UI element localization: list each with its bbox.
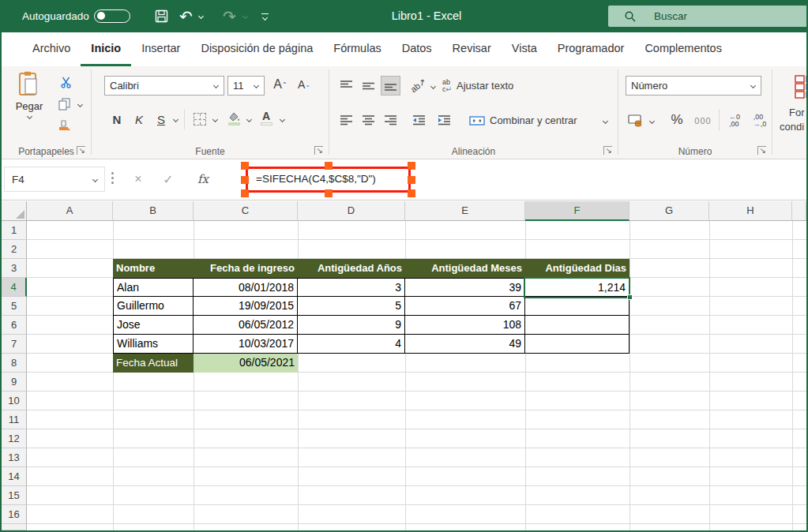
cut-button[interactable] <box>55 73 76 92</box>
fill-handle[interactable] <box>627 294 633 300</box>
cell-E7[interactable]: 49 <box>405 335 525 354</box>
align-right-button[interactable] <box>381 111 400 130</box>
row-header-8[interactable]: 8 <box>2 354 27 373</box>
decrease-indent-button[interactable] <box>409 111 429 130</box>
row-header-17[interactable]: 17 <box>2 524 27 530</box>
cell-C6[interactable]: 06/05/2012 <box>194 316 298 335</box>
dialog-launcher-icon[interactable]: ↘ <box>603 146 612 155</box>
autosave-toggle[interactable] <box>94 9 130 23</box>
cell-B8[interactable]: Fecha Actual <box>113 354 194 373</box>
underline-dropdown[interactable] <box>170 111 181 128</box>
save-button[interactable] <box>155 0 168 32</box>
accounting-format-dropdown[interactable] <box>647 112 657 129</box>
align-bottom-button[interactable] <box>381 76 400 96</box>
row-header-11[interactable]: 11 <box>2 410 27 429</box>
align-top-button[interactable] <box>336 76 356 96</box>
row-header-14[interactable]: 14 <box>2 467 27 486</box>
row-header-4[interactable]: 4 <box>2 278 27 297</box>
column-header-h[interactable]: H <box>709 201 792 221</box>
column-header-g[interactable]: G <box>629 201 709 221</box>
cell-B4[interactable]: Alan <box>113 278 194 297</box>
tab-inicio[interactable]: Inicio <box>81 32 131 66</box>
format-painter-button[interactable] <box>54 117 74 136</box>
cancel-button[interactable]: × <box>125 167 152 192</box>
align-middle-button[interactable] <box>359 76 378 96</box>
paste-button[interactable]: Pegar <box>8 71 51 142</box>
column-header-f[interactable]: F <box>525 201 629 221</box>
tab-formulas[interactable]: Fórmulas <box>323 32 391 66</box>
cell-F7[interactable] <box>525 335 629 354</box>
tab-datos[interactable]: Datos <box>392 32 442 66</box>
select-all-button[interactable] <box>2 201 27 221</box>
accounting-format-button[interactable] <box>624 111 646 130</box>
wrap-text-button[interactable]: abc↵ Ajustar texto <box>442 76 513 96</box>
bold-button[interactable]: N <box>107 109 126 129</box>
enter-button[interactable]: ✓ <box>155 167 182 192</box>
font-size-select[interactable]: 11 <box>227 76 265 96</box>
cell-D5[interactable]: 5 <box>298 297 405 316</box>
merge-center-dropdown[interactable] <box>599 112 611 129</box>
cell-E6[interactable]: 108 <box>405 316 525 335</box>
dialog-launcher-icon[interactable]: ↘ <box>314 146 323 155</box>
cell-B5[interactable]: Guillermo <box>113 297 194 316</box>
row-header-2[interactable]: 2 <box>2 240 27 259</box>
dialog-launcher-icon[interactable]: ↘ <box>77 146 85 155</box>
increase-decimal-button[interactable]: ←0,00 <box>723 110 746 131</box>
cell-D7[interactable]: 4 <box>298 335 405 354</box>
row-header-7[interactable]: 7 <box>2 335 27 354</box>
column-header-blank[interactable] <box>792 201 806 221</box>
cell-E4[interactable]: 39 <box>405 278 525 297</box>
row-header-9[interactable]: 9 <box>2 373 27 392</box>
font-color-dropdown[interactable] <box>276 111 287 128</box>
tab-insertar[interactable]: Insertar <box>131 32 190 66</box>
orientation-button[interactable]: ab↗ <box>408 76 430 96</box>
decrease-font-size-button[interactable]: A⌄ <box>294 74 314 95</box>
borders-dropdown[interactable] <box>209 111 220 128</box>
font-name-select[interactable]: Calibri <box>104 76 224 96</box>
align-center-button[interactable] <box>359 111 378 130</box>
row-header-1[interactable]: 1 <box>2 221 27 240</box>
increase-indent-button[interactable] <box>434 111 454 130</box>
redo-button[interactable]: ↷ <box>223 0 236 32</box>
column-header-e[interactable]: E <box>405 201 525 221</box>
insert-function-button[interactable]: fx <box>190 167 216 192</box>
cell-C5[interactable]: 19/09/2015 <box>194 297 298 316</box>
copy-dropdown[interactable] <box>74 96 85 112</box>
row-header-6[interactable]: 6 <box>2 316 27 335</box>
tab-revisar[interactable]: Revisar <box>442 32 502 66</box>
undo-dropdown[interactable] <box>199 0 203 32</box>
tab-disposicion-de-pagina[interactable]: Disposición de página <box>190 32 323 66</box>
dialog-launcher-icon[interactable]: ↘ <box>757 146 766 155</box>
customize-quick-access-button[interactable] <box>261 0 269 32</box>
column-header-c[interactable]: C <box>194 201 298 221</box>
row-header-15[interactable]: 15 <box>2 486 27 505</box>
number-format-select[interactable]: Número <box>626 76 761 96</box>
formula-bar-resizer[interactable] <box>111 172 114 184</box>
row-header-16[interactable]: 16 <box>2 505 27 524</box>
cell-D4[interactable]: 3 <box>298 278 405 297</box>
align-left-button[interactable] <box>336 111 356 130</box>
cell-C7[interactable]: 10/03/2017 <box>194 335 298 354</box>
redo-dropdown[interactable] <box>243 0 247 32</box>
search-box[interactable]: Buscar <box>608 6 808 27</box>
row-header-13[interactable]: 13 <box>2 448 27 467</box>
decrease-decimal-button[interactable]: ,00→,0 <box>749 110 771 131</box>
percent-style-button[interactable]: % <box>665 109 689 131</box>
row-header-5[interactable]: 5 <box>2 297 27 316</box>
column-header-d[interactable]: D <box>298 201 405 221</box>
cell-E5[interactable]: 67 <box>405 297 525 316</box>
borders-button[interactable] <box>191 111 209 128</box>
font-color-button[interactable]: A <box>257 107 276 129</box>
fill-color-button[interactable] <box>224 107 243 129</box>
orientation-dropdown[interactable] <box>428 77 438 95</box>
tab-vista[interactable]: Vista <box>502 32 547 66</box>
column-header-b[interactable]: B <box>113 201 194 221</box>
cell-B7[interactable]: Williams <box>113 335 194 354</box>
tab-complementos[interactable]: Complementos <box>634 32 732 66</box>
undo-button[interactable]: ↶ <box>179 0 193 32</box>
italic-button[interactable]: K <box>130 109 148 129</box>
increase-font-size-button[interactable]: A⌃ <box>270 74 291 95</box>
row-header-3[interactable]: 3 <box>2 259 27 278</box>
tab-archivo[interactable]: Archivo <box>22 32 81 66</box>
cell-C8[interactable]: 06/05/2021 <box>194 354 298 373</box>
